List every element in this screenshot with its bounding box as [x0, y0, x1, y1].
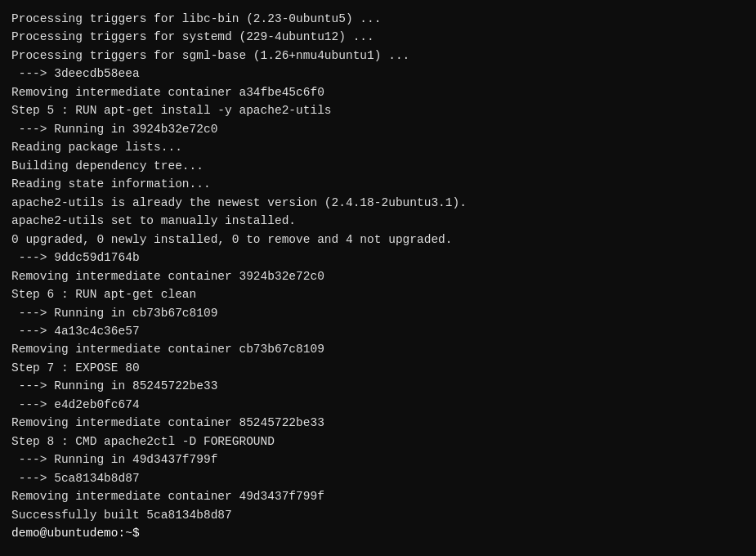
terminal-line: Removing intermediate container 49d3437f…	[11, 487, 745, 505]
terminal-line: ---> Running in 85245722be33	[11, 377, 745, 395]
terminal-line: Processing triggers for libc-bin (2.23-0…	[11, 10, 745, 28]
terminal-line: Step 6 : RUN apt-get clean	[11, 285, 745, 303]
terminal-line: demo@ubuntudemo:~$	[11, 524, 745, 542]
terminal-line: ---> Running in 49d3437f799f	[11, 451, 745, 469]
terminal-line: Removing intermediate container a34fbe45…	[11, 83, 745, 101]
terminal-line: Removing intermediate container cb73b67c…	[11, 340, 745, 358]
terminal-line: ---> Running in cb73b67c8109	[11, 304, 745, 322]
terminal-line: ---> e4d2eb0fc674	[11, 396, 745, 414]
terminal-line: ---> 3deecdb58eea	[11, 65, 745, 83]
terminal-line: Reading state information...	[11, 175, 745, 193]
terminal-line: 0 upgraded, 0 newly installed, 0 to remo…	[11, 231, 745, 249]
terminal-line: Processing triggers for sgml-base (1.26+…	[11, 47, 745, 65]
terminal-line: Building dependency tree...	[11, 157, 745, 175]
terminal-line: Successfully built 5ca8134b8d87	[11, 506, 745, 524]
terminal-line: ---> 4a13c4c36e57	[11, 322, 745, 340]
terminal-line: Step 5 : RUN apt-get install -y apache2-…	[11, 101, 745, 119]
terminal-line: ---> 5ca8134b8d87	[11, 469, 745, 487]
terminal-line: ---> 9ddc59d1764b	[11, 249, 745, 267]
terminal-line: Step 8 : CMD apache2ctl -D FOREGROUND	[11, 433, 745, 451]
terminal-line: apache2-utils set to manually installed.	[11, 212, 745, 230]
terminal-line: Removing intermediate container 85245722…	[11, 414, 745, 432]
terminal-output: Processing triggers for libc-bin (2.23-0…	[11, 10, 745, 543]
terminal-window[interactable]: Processing triggers for libc-bin (2.23-0…	[0, 0, 756, 556]
terminal-line: Removing intermediate container 3924b32e…	[11, 267, 745, 285]
terminal-line: Step 7 : EXPOSE 80	[11, 359, 745, 377]
terminal-line: Processing triggers for systemd (229-4ub…	[11, 28, 745, 46]
terminal-line: Reading package lists...	[11, 138, 745, 156]
terminal-line: apache2-utils is already the newest vers…	[11, 194, 745, 212]
terminal-line: ---> Running in 3924b32e72c0	[11, 120, 745, 138]
